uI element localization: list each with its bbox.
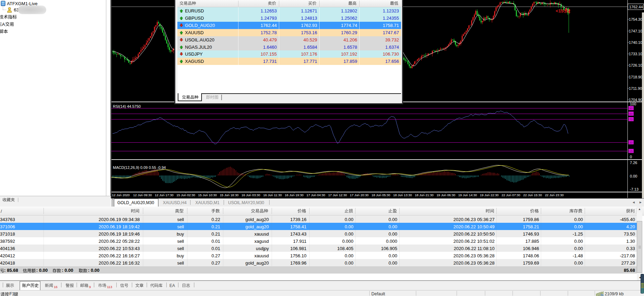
svg-text:30: 30 [629,141,633,144]
svg-text:15 Jun 10:30: 15 Jun 10:30 [198,193,217,197]
svg-text:17 Jun 12:30: 17 Jun 12:30 [328,193,347,197]
svg-text:22 Jun 23:30: 22 Jun 23:30 [545,193,564,197]
svg-text:1747.10: 1747.10 [629,29,642,33]
svg-text:19 Jun 22:30: 19 Jun 22:30 [480,193,498,197]
svg-text:19 Jun 06:30: 19 Jun 06:30 [437,193,455,197]
svg-text:100: 100 [630,102,636,106]
svg-text:17 Jun 20:30: 17 Jun 20:30 [350,193,369,197]
svg-text:80: 80 [629,112,633,116]
svg-text:1711.90: 1711.90 [629,86,642,90]
svg-text:17 Jun 04:30: 17 Jun 04:30 [306,193,325,197]
svg-text:1704.90: 1704.90 [629,98,642,102]
svg-text:22 Jun 15:30: 22 Jun 15:30 [523,193,542,197]
svg-text:70: 70 [629,117,633,121]
svg-text:7.26: 7.26 [630,161,637,165]
svg-text:16 Jun 11:30: 16 Jun 11:30 [263,193,282,197]
svg-text:16 Jun 19:30: 16 Jun 19:30 [285,193,303,197]
svg-text:1740.10: 1740.10 [629,40,642,45]
svg-text:19 Jun 14:30: 19 Jun 14:30 [458,193,477,197]
svg-text:<15:52: <15:52 [556,8,570,13]
svg-text:1718.90: 1718.90 [629,75,642,79]
svg-text:1733.10: 1733.10 [629,52,642,56]
svg-text:16 Jun 03:30: 16 Jun 03:30 [242,193,260,197]
svg-text:-7.13: -7.13 [630,187,638,191]
svg-text:15 Jun 02:30: 15 Jun 02:30 [176,193,195,197]
svg-text:18 Jun 21:30: 18 Jun 21:30 [415,193,433,197]
svg-text:1754.30: 1754.30 [629,17,642,21]
svg-text:1762.44: 1762.44 [629,5,643,9]
svg-text:0: 0 [630,155,632,159]
svg-text:12 Jun 09:30: 12 Jun 09:30 [133,193,152,197]
svg-text:90: 90 [629,106,633,110]
svg-text:MACD(12,26,9) 0.09 0.55 -0.94: MACD(12,26,9) 0.09 0.55 -0.94 [113,165,166,170]
svg-text:15 Jun 18:30: 15 Jun 18:30 [220,193,238,197]
svg-text:18 Jun 13:30: 18 Jun 13:30 [393,193,412,197]
svg-text:22 Jun 07:30: 22 Jun 07:30 [501,193,520,197]
svg-text:18 Jun 05:30: 18 Jun 05:30 [371,193,390,197]
svg-text:15: 15 [629,149,633,153]
svg-text:RSI(14) 44.5750: RSI(14) 44.5750 [113,104,141,108]
svg-text:12 Jun 2020: 12 Jun 2020 [112,193,130,197]
svg-text:12 Jun 17:30: 12 Jun 17:30 [155,193,173,197]
svg-text:0.00: 0.00 [630,174,637,178]
svg-text:1726.10: 1726.10 [629,63,642,67]
